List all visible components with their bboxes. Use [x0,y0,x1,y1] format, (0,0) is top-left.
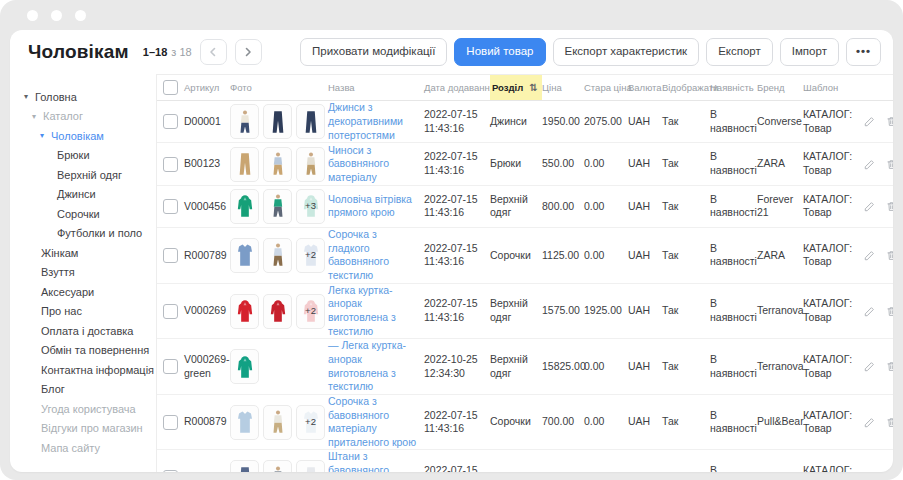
product-name-link[interactable]: Сорочка з гладкого бавовняного текстилю [328,228,389,281]
sidebar-item[interactable]: Сорочки [15,204,156,224]
delete-button[interactable] [885,249,893,262]
product-photo[interactable] [296,147,325,182]
more-photos-badge[interactable]: +2 [296,405,325,440]
product-photo[interactable] [263,405,292,440]
edit-button[interactable] [863,360,876,373]
product-name-link[interactable]: Штани з бавовняного матеріалу прямого кр… [328,450,395,472]
product-display: Так [662,415,710,429]
edit-button[interactable] [863,158,876,171]
sidebar-item[interactable]: Футболки и поло [15,224,156,244]
edit-button[interactable] [863,249,876,262]
product-photo[interactable] [263,189,292,224]
product-photo[interactable] [230,189,259,224]
edit-button[interactable] [863,200,876,213]
product-photo[interactable] [296,104,325,139]
product-photo[interactable] [230,147,259,182]
row-checkbox[interactable] [163,248,178,263]
delete-button[interactable] [885,158,893,171]
sidebar-item[interactable]: ▾Головна [15,87,156,107]
export-button[interactable]: Експорт [706,38,773,66]
sidebar-item[interactable]: Брюки [15,146,156,166]
sidebar-item[interactable]: Верхній одяг [15,165,156,185]
sidebar-item[interactable]: ▾Каталог [15,107,156,127]
window-control-dot[interactable] [27,10,38,21]
sidebar-item[interactable]: Джинси [15,185,156,205]
delete-button[interactable] [885,471,893,472]
sidebar-item[interactable]: Взуття [15,263,156,283]
column-header-photo[interactable]: Фото [230,82,328,93]
next-page-button[interactable] [235,39,262,65]
product-display: Так [662,115,710,129]
column-header-display[interactable]: Відображати [662,82,710,93]
delete-button[interactable] [885,360,893,373]
delete-button[interactable] [885,200,893,213]
delete-button[interactable] [885,115,893,128]
column-header-availability[interactable]: Наявність [710,82,757,93]
column-header-sku[interactable]: Артикул [184,82,230,93]
sidebar-item[interactable]: Відгуки про магазин [15,419,156,439]
product-photo[interactable] [230,460,259,472]
sort-icon[interactable]: ⇅ [529,82,537,93]
new-product-button[interactable]: Новий товар [454,38,545,66]
product-photo[interactable] [263,147,292,182]
sidebar-item[interactable]: Про нас [15,302,156,322]
product-photo[interactable] [263,238,292,273]
product-name-link[interactable]: Чиноси з бавовняного матеріалу [328,144,389,183]
product-photo[interactable] [263,104,292,139]
row-checkbox[interactable] [163,199,178,214]
column-header-old[interactable]: Стара ціна [584,82,628,93]
sidebar-item[interactable]: Контактна інформація [15,360,156,380]
column-header-date[interactable]: Дата додавання [424,82,490,93]
product-photo[interactable] [230,104,259,139]
import-button[interactable]: Імпорт [780,38,839,66]
select-all-checkbox[interactable] [163,80,178,95]
edit-button[interactable] [863,416,876,429]
column-header-section[interactable]: Розділ⇅ [490,75,542,100]
row-checkbox[interactable] [163,415,178,430]
row-checkbox[interactable] [163,114,178,129]
sidebar-item[interactable]: Мапа сайту [15,438,156,458]
product-name-link[interactable]: — Легка куртка-анорак виготовлена з текс… [328,339,406,392]
product-name-link[interactable]: Легка куртка-анорак виготовлена з тексти… [328,284,396,337]
product-name-link[interactable]: Сорочка з бавовняного матеріалу притален… [328,395,416,448]
column-header-name[interactable]: Назва [328,82,424,93]
sidebar-item[interactable]: Жінкам [15,243,156,263]
delete-button[interactable] [885,305,893,318]
column-header-template[interactable]: Шаблон [803,82,863,93]
more-actions-button[interactable]: ••• [846,38,881,66]
product-name-link[interactable]: Чоловіча вітрівка прямого крою [328,193,412,219]
sidebar-item[interactable]: Угода користувача [15,399,156,419]
sidebar-item[interactable]: Аксесуари [15,282,156,302]
hide-modifications-button[interactable]: Приховати модифікації [300,38,447,66]
product-photo[interactable] [230,405,259,440]
edit-button[interactable] [863,471,876,472]
sidebar-item[interactable]: Обмін та повернення [15,341,156,361]
edit-button[interactable] [863,305,876,318]
more-photos-badge[interactable]: +2 [296,238,325,273]
row-checkbox[interactable] [163,304,178,319]
product-photo[interactable] [263,460,292,472]
more-photos-badge[interactable]: +2 [296,460,325,472]
product-photo[interactable] [230,294,259,329]
product-photo[interactable] [263,294,292,329]
window-control-dot[interactable] [75,10,86,21]
prev-page-button[interactable] [200,39,227,65]
column-header-price[interactable]: Ціна [542,82,584,93]
sidebar-item[interactable]: Оплата і доставка [15,321,156,341]
export-characteristics-button[interactable]: Експорт характеристик [553,38,700,66]
window-control-dot[interactable] [51,10,62,21]
edit-button[interactable] [863,115,876,128]
product-photo[interactable] [230,238,259,273]
row-checkbox[interactable] [163,359,178,374]
sidebar-item[interactable]: Блог [15,380,156,400]
delete-button[interactable] [885,416,893,429]
product-name-link[interactable]: Джинси з декоративними потертостями [328,101,403,140]
more-photos-badge[interactable]: +2 [296,294,325,329]
column-header-brand[interactable]: Бренд [757,82,803,93]
product-photo[interactable] [230,349,259,384]
more-photos-badge[interactable]: +3 [296,189,325,224]
row-checkbox[interactable] [163,470,178,472]
row-checkbox[interactable] [163,157,178,172]
sidebar-item[interactable]: ▾Чоловікам [15,126,156,146]
column-header-currency[interactable]: Валюта [628,82,662,93]
